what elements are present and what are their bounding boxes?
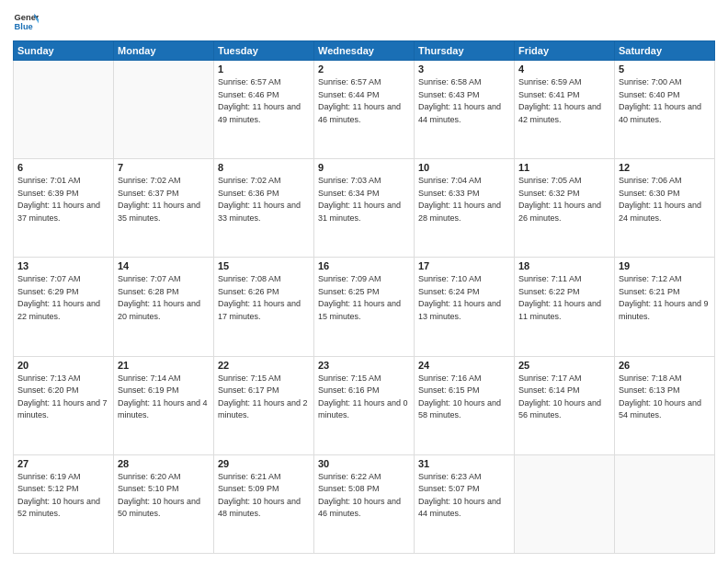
day-info: Sunrise: 7:04 AM Sunset: 6:33 PM Dayligh… bbox=[418, 175, 510, 224]
day-number: 30 bbox=[318, 458, 410, 469]
day-info: Sunrise: 7:17 AM Sunset: 6:14 PM Dayligh… bbox=[518, 373, 610, 422]
day-info: Sunrise: 6:57 AM Sunset: 6:46 PM Dayligh… bbox=[218, 76, 310, 126]
calendar-cell: 8Sunrise: 7:02 AM Sunset: 6:36 PM Daylig… bbox=[214, 159, 314, 258]
calendar-cell bbox=[615, 454, 715, 553]
calendar-cell: 22Sunrise: 7:15 AM Sunset: 6:17 PM Dayli… bbox=[214, 356, 314, 454]
logo-icon: General Blue bbox=[13, 9, 39, 35]
calendar-cell: 25Sunrise: 7:17 AM Sunset: 6:14 PM Dayli… bbox=[515, 356, 615, 454]
day-info: Sunrise: 7:07 AM Sunset: 6:28 PM Dayligh… bbox=[118, 273, 210, 323]
calendar-cell bbox=[14, 61, 114, 159]
calendar-cell: 15Sunrise: 7:08 AM Sunset: 6:26 PM Dayli… bbox=[214, 258, 314, 356]
day-info: Sunrise: 7:02 AM Sunset: 6:36 PM Dayligh… bbox=[218, 175, 310, 224]
calendar-cell: 30Sunrise: 6:22 AM Sunset: 5:08 PM Dayli… bbox=[314, 454, 415, 553]
calendar-cell: 17Sunrise: 7:10 AM Sunset: 6:24 PM Dayli… bbox=[415, 258, 515, 356]
day-number: 1 bbox=[218, 63, 310, 75]
calendar-cell: 14Sunrise: 7:07 AM Sunset: 6:28 PM Dayli… bbox=[114, 258, 214, 356]
day-number: 25 bbox=[518, 360, 610, 371]
day-info: Sunrise: 7:16 AM Sunset: 6:15 PM Dayligh… bbox=[418, 373, 510, 422]
day-number: 22 bbox=[218, 360, 310, 371]
day-info: Sunrise: 7:05 AM Sunset: 6:32 PM Dayligh… bbox=[518, 175, 610, 224]
weekday-header-saturday: Saturday bbox=[615, 41, 715, 61]
day-info: Sunrise: 7:14 AM Sunset: 6:19 PM Dayligh… bbox=[118, 373, 210, 422]
day-info: Sunrise: 6:21 AM Sunset: 5:09 PM Dayligh… bbox=[218, 471, 310, 521]
day-info: Sunrise: 6:59 AM Sunset: 6:41 PM Dayligh… bbox=[518, 76, 610, 126]
day-number: 3 bbox=[418, 63, 510, 75]
day-number: 4 bbox=[518, 63, 610, 75]
day-number: 6 bbox=[17, 162, 109, 173]
weekday-header-row: SundayMondayTuesdayWednesdayThursdayFrid… bbox=[14, 41, 715, 61]
calendar-cell: 1Sunrise: 6:57 AM Sunset: 6:46 PM Daylig… bbox=[214, 61, 314, 159]
day-number: 14 bbox=[118, 260, 210, 271]
day-info: Sunrise: 7:15 AM Sunset: 6:16 PM Dayligh… bbox=[318, 373, 410, 422]
calendar-cell bbox=[515, 454, 615, 553]
day-info: Sunrise: 6:20 AM Sunset: 5:10 PM Dayligh… bbox=[118, 471, 210, 521]
week-row-3: 20Sunrise: 7:13 AM Sunset: 6:20 PM Dayli… bbox=[14, 356, 715, 454]
weekday-header-tuesday: Tuesday bbox=[214, 41, 314, 61]
week-row-1: 6Sunrise: 7:01 AM Sunset: 6:39 PM Daylig… bbox=[14, 159, 715, 258]
calendar-cell: 9Sunrise: 7:03 AM Sunset: 6:34 PM Daylig… bbox=[314, 159, 415, 258]
day-number: 23 bbox=[318, 360, 410, 371]
day-info: Sunrise: 7:10 AM Sunset: 6:24 PM Dayligh… bbox=[418, 273, 510, 323]
calendar-cell: 5Sunrise: 7:00 AM Sunset: 6:40 PM Daylig… bbox=[615, 61, 715, 159]
day-info: Sunrise: 6:58 AM Sunset: 6:43 PM Dayligh… bbox=[418, 76, 510, 126]
day-info: Sunrise: 7:00 AM Sunset: 6:40 PM Dayligh… bbox=[619, 76, 711, 126]
calendar-cell: 26Sunrise: 7:18 AM Sunset: 6:13 PM Dayli… bbox=[615, 356, 715, 454]
weekday-header-monday: Monday bbox=[114, 41, 214, 61]
day-info: Sunrise: 7:02 AM Sunset: 6:37 PM Dayligh… bbox=[118, 175, 210, 224]
day-number: 9 bbox=[318, 162, 410, 173]
day-info: Sunrise: 6:22 AM Sunset: 5:08 PM Dayligh… bbox=[318, 471, 410, 521]
day-info: Sunrise: 6:23 AM Sunset: 5:07 PM Dayligh… bbox=[418, 471, 510, 521]
day-number: 21 bbox=[118, 360, 210, 371]
calendar-cell: 27Sunrise: 6:19 AM Sunset: 5:12 PM Dayli… bbox=[14, 454, 114, 553]
day-number: 19 bbox=[619, 260, 711, 271]
calendar-cell: 11Sunrise: 7:05 AM Sunset: 6:32 PM Dayli… bbox=[515, 159, 615, 258]
day-info: Sunrise: 7:12 AM Sunset: 6:21 PM Dayligh… bbox=[619, 273, 711, 323]
calendar-cell: 19Sunrise: 7:12 AM Sunset: 6:21 PM Dayli… bbox=[615, 258, 715, 356]
day-number: 16 bbox=[318, 260, 410, 271]
day-number: 17 bbox=[418, 260, 510, 271]
day-number: 31 bbox=[418, 458, 510, 469]
day-number: 24 bbox=[418, 360, 510, 371]
day-number: 12 bbox=[619, 162, 711, 173]
day-number: 5 bbox=[619, 63, 711, 75]
calendar-cell: 7Sunrise: 7:02 AM Sunset: 6:37 PM Daylig… bbox=[114, 159, 214, 258]
day-number: 20 bbox=[17, 360, 109, 371]
day-number: 29 bbox=[218, 458, 310, 469]
day-number: 28 bbox=[118, 458, 210, 469]
calendar-cell: 20Sunrise: 7:13 AM Sunset: 6:20 PM Dayli… bbox=[14, 356, 114, 454]
day-info: Sunrise: 7:03 AM Sunset: 6:34 PM Dayligh… bbox=[318, 175, 410, 224]
svg-text:Blue: Blue bbox=[15, 22, 33, 31]
weekday-header-thursday: Thursday bbox=[415, 41, 515, 61]
day-info: Sunrise: 7:18 AM Sunset: 6:13 PM Dayligh… bbox=[619, 373, 711, 422]
day-number: 10 bbox=[418, 162, 510, 173]
day-number: 8 bbox=[218, 162, 310, 173]
day-info: Sunrise: 6:57 AM Sunset: 6:44 PM Dayligh… bbox=[318, 76, 410, 126]
calendar-cell: 12Sunrise: 7:06 AM Sunset: 6:30 PM Dayli… bbox=[615, 159, 715, 258]
calendar-cell: 16Sunrise: 7:09 AM Sunset: 6:25 PM Dayli… bbox=[314, 258, 415, 356]
day-info: Sunrise: 7:11 AM Sunset: 6:22 PM Dayligh… bbox=[518, 273, 610, 323]
day-info: Sunrise: 7:09 AM Sunset: 6:25 PM Dayligh… bbox=[318, 273, 410, 323]
weekday-header-sunday: Sunday bbox=[14, 41, 114, 61]
calendar-cell: 28Sunrise: 6:20 AM Sunset: 5:10 PM Dayli… bbox=[114, 454, 214, 553]
page: General Blue SundayMondayTuesdayWednesda… bbox=[0, 0, 728, 563]
calendar-cell: 2Sunrise: 6:57 AM Sunset: 6:44 PM Daylig… bbox=[314, 61, 415, 159]
week-row-4: 27Sunrise: 6:19 AM Sunset: 5:12 PM Dayli… bbox=[14, 454, 715, 553]
day-number: 13 bbox=[17, 260, 109, 271]
day-info: Sunrise: 6:19 AM Sunset: 5:12 PM Dayligh… bbox=[17, 471, 109, 521]
calendar-cell bbox=[114, 61, 214, 159]
calendar-cell: 18Sunrise: 7:11 AM Sunset: 6:22 PM Dayli… bbox=[515, 258, 615, 356]
calendar-cell: 13Sunrise: 7:07 AM Sunset: 6:29 PM Dayli… bbox=[14, 258, 114, 356]
calendar-cell: 31Sunrise: 6:23 AM Sunset: 5:07 PM Dayli… bbox=[415, 454, 515, 553]
day-number: 2 bbox=[318, 63, 410, 75]
day-number: 26 bbox=[619, 360, 711, 371]
day-info: Sunrise: 7:01 AM Sunset: 6:39 PM Dayligh… bbox=[17, 175, 109, 224]
weekday-header-wednesday: Wednesday bbox=[314, 41, 415, 61]
calendar-cell: 23Sunrise: 7:15 AM Sunset: 6:16 PM Dayli… bbox=[314, 356, 415, 454]
day-number: 15 bbox=[218, 260, 310, 271]
weekday-header-friday: Friday bbox=[515, 41, 615, 61]
calendar-cell: 29Sunrise: 6:21 AM Sunset: 5:09 PM Dayli… bbox=[214, 454, 314, 553]
day-number: 7 bbox=[118, 162, 210, 173]
day-info: Sunrise: 7:06 AM Sunset: 6:30 PM Dayligh… bbox=[619, 175, 711, 224]
day-info: Sunrise: 7:07 AM Sunset: 6:29 PM Dayligh… bbox=[17, 273, 109, 323]
calendar-cell: 10Sunrise: 7:04 AM Sunset: 6:33 PM Dayli… bbox=[415, 159, 515, 258]
